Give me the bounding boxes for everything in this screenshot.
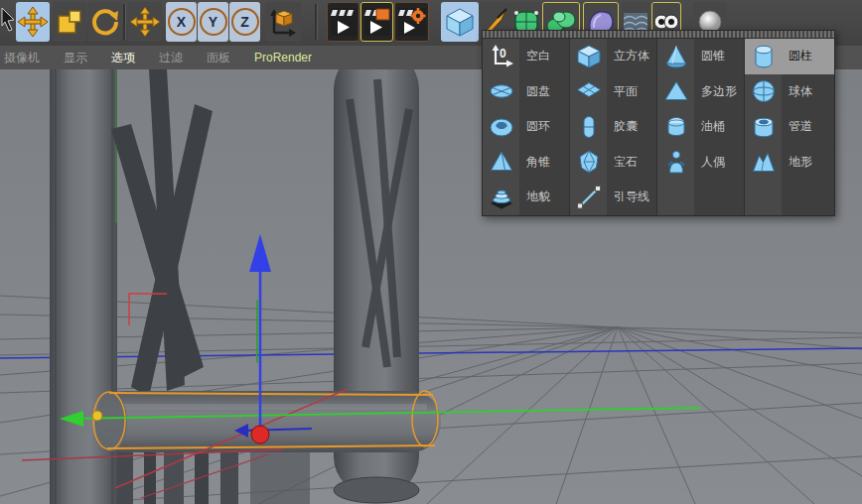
primitive-item-null[interactable]: 0空白 (483, 39, 570, 74)
move-tool-icon (18, 7, 48, 37)
cube-icon (570, 39, 607, 74)
primitive-item-gem[interactable]: 宝石 (570, 145, 657, 181)
palette-tear-strip[interactable] (483, 31, 834, 39)
primitive-label: 立方体 (607, 48, 649, 64)
primitives-grid: 0空白立方体圆锥圆柱圆盘平面多边形球体圆环胶囊油桶管道角锥宝石人偶地形地貌引导线 (483, 39, 834, 215)
menu-panel[interactable]: 面板 (195, 50, 242, 66)
primitive-item-cube[interactable]: 立方体 (570, 39, 657, 74)
primitive-item-relief[interactable]: 地貌 (483, 180, 570, 215)
primitive-label: 多边形 (694, 83, 737, 100)
primitive-label: 平面 (607, 83, 638, 100)
primitive-label: 胶囊 (607, 118, 638, 135)
primitive-label: 人偶 (694, 154, 725, 171)
landscape-icon (745, 145, 782, 181)
scale-tool-button[interactable] (53, 2, 86, 42)
primitives-dropdown: 0空白立方体圆锥圆柱圆盘平面多边形球体圆环胶囊油桶管道角锥宝石人偶地形地貌引导线 (482, 30, 835, 216)
capsule-icon (570, 109, 607, 145)
figure-icon (657, 145, 694, 181)
move-tool-button[interactable] (16, 2, 50, 42)
add-primitive-cube-icon (444, 6, 476, 38)
axle-cylinder[interactable] (93, 391, 441, 452)
primitive-label: 空白 (519, 48, 550, 64)
render-view-button[interactable] (327, 2, 359, 42)
primitive-item-figure[interactable]: 人偶 (657, 145, 745, 181)
svg-text:0: 0 (500, 47, 506, 61)
toolbar-separator (123, 4, 126, 40)
tube-icon (745, 109, 782, 145)
cone-icon (657, 39, 694, 74)
primitive-item-landscape[interactable]: 地形 (745, 145, 834, 181)
render-view-icon (331, 8, 357, 36)
primitive-empty-cell (745, 180, 834, 215)
cylinder-icon (745, 39, 782, 74)
lock-x-button[interactable]: X (166, 2, 197, 42)
rotate-tool-icon (90, 7, 120, 37)
lock-z-label: Z (231, 8, 259, 36)
render-picture-viewer-button[interactable] (360, 2, 393, 42)
primitive-label: 地形 (782, 154, 812, 171)
edit-render-settings-button[interactable] (394, 2, 429, 42)
sphere-icon (745, 74, 782, 110)
empty-icon-strip (745, 180, 782, 215)
primitive-item-torus[interactable]: 圆环 (483, 109, 570, 145)
guide-icon (570, 180, 607, 215)
menu-prorender[interactable]: ProRender (242, 51, 324, 64)
polygon-icon (657, 74, 694, 110)
coordinate-system-icon (267, 6, 299, 38)
menu-display[interactable]: 显示 (52, 50, 99, 66)
plane-icon (570, 74, 607, 110)
primitive-label: 宝石 (607, 154, 638, 171)
primitive-label: 引导线 (607, 189, 649, 205)
oil-tank-icon (657, 109, 694, 145)
primitive-empty-cell (657, 180, 745, 215)
origin-dot[interactable] (251, 426, 269, 443)
pyramid-icon (483, 145, 519, 181)
rotate-tool-button[interactable] (88, 2, 122, 42)
menu-options[interactable]: 选项 (99, 50, 147, 66)
primitive-label: 球体 (782, 83, 812, 100)
toolbar-separator (315, 4, 318, 40)
primitive-item-sphere[interactable]: 球体 (745, 74, 834, 110)
menu-camera[interactable]: 摄像机 (0, 50, 52, 66)
lock-y-label: Y (200, 8, 227, 36)
last-used-tool-button[interactable] (128, 2, 162, 42)
torus-icon (483, 109, 519, 145)
add-primitive-button[interactable] (441, 2, 479, 42)
edit-render-settings-icon (398, 8, 426, 36)
primitive-label: 油桶 (694, 118, 725, 135)
primitive-label: 管道 (782, 118, 812, 135)
primitive-item-polygon[interactable]: 多边形 (657, 74, 745, 110)
primitive-item-oil-tank[interactable]: 油桶 (657, 109, 745, 145)
disc-icon (483, 74, 519, 110)
menu-filter[interactable]: 过滤 (147, 50, 195, 66)
gem-icon (570, 145, 607, 181)
primitive-item-cone[interactable]: 圆锥 (657, 39, 745, 74)
primitive-item-capsule[interactable]: 胶囊 (570, 109, 657, 145)
primitive-label: 圆柱 (782, 48, 812, 64)
lock-y-button[interactable]: Y (198, 2, 228, 42)
lock-z-button[interactable]: Z (229, 2, 260, 42)
coordinate-system-button[interactable] (265, 2, 301, 42)
primitive-item-plane[interactable]: 平面 (570, 74, 657, 110)
gizmo-handle-dot[interactable] (92, 411, 102, 421)
primitive-label: 圆锥 (694, 48, 725, 64)
last-tool-move-icon (130, 7, 160, 37)
primitive-item-guide[interactable]: 引导线 (570, 180, 657, 215)
primitive-label: 圆盘 (519, 83, 550, 100)
render-picture-viewer-icon (364, 8, 390, 36)
primitive-label: 圆环 (519, 118, 550, 135)
select-cursor-icon[interactable] (0, 6, 16, 32)
primitive-label: 角锥 (519, 154, 550, 171)
empty-icon-strip (657, 180, 694, 215)
lock-x-label: X (168, 8, 196, 36)
scale-tool-icon (56, 8, 83, 36)
primitive-label: 地貌 (519, 189, 550, 205)
null-icon: 0 (483, 39, 519, 74)
primitive-item-cylinder[interactable]: 圆柱 (745, 39, 834, 74)
primitive-item-tube[interactable]: 管道 (745, 109, 834, 145)
primitive-item-disc[interactable]: 圆盘 (483, 74, 570, 110)
primitive-item-pyramid[interactable]: 角锥 (483, 145, 570, 181)
relief-icon (483, 180, 519, 215)
